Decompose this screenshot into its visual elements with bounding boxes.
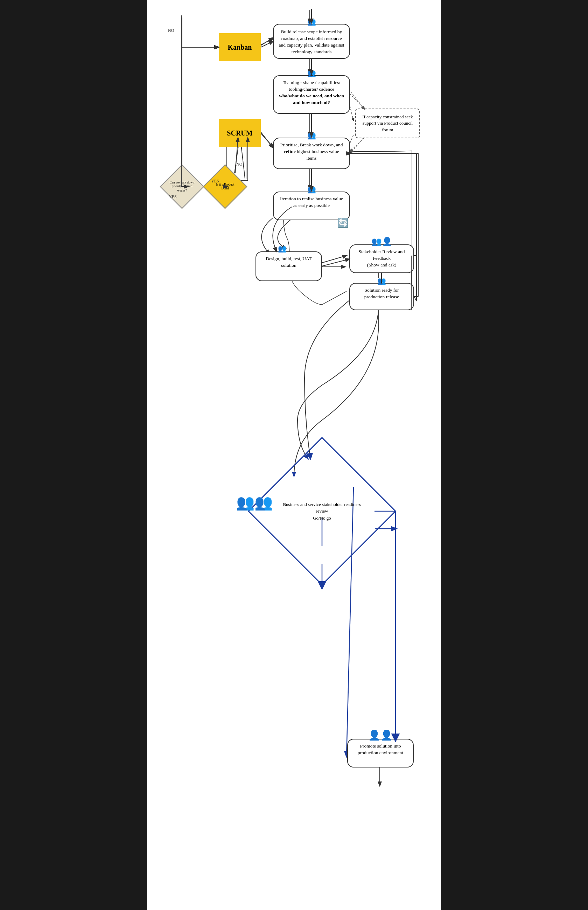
svg-line-62 [261,39,273,45]
people-icon-3: 👥 [307,131,316,141]
promote-people-icon: 👤👤 [368,728,393,742]
svg-line-53 [351,138,363,153]
design-build-box: 👥 Design, build, test, UAT solution [255,251,322,281]
arrow-promote-down [376,768,383,789]
svg-line-39 [350,94,365,109]
diagram-area: 👥 Build release scope informed by roadma… [147,0,441,910]
is-product-build-diamond: Is it a Product Build [209,171,241,202]
capacity-text: If capacity constrained seek support via… [359,114,416,133]
promote-text: Promote solution into production environ… [358,744,403,755]
people-icon-2: 👥 [307,68,316,78]
no-label-right: NO [236,162,242,167]
people-icon-4: 👥 [307,184,316,194]
feedback-loop-right [343,245,420,315]
teaming-text-bold: who/what do we need, and when and how mu… [279,93,344,105]
people-icon-1: 👥 [307,17,316,27]
build-release-box: 👥 Build release scope informed by roadma… [273,24,350,59]
yes-label-mid: YES [211,179,219,184]
scrum-sticky: SCRUM [219,119,261,147]
svg-line-40 [351,138,364,151]
people-icon-5: 👥 [278,244,287,254]
svg-line-38 [261,133,273,147]
scrum-label: SCRUM [227,129,252,137]
teaming-box: 👥 Teaming - shape / capabilities/ toolin… [273,75,350,114]
build-release-text: Build release scope informed by roadmap,… [279,29,344,54]
business-readiness-label: Business and service stakeholder readine… [270,459,375,564]
svg-line-68 [261,133,273,148]
svg-line-13 [261,133,273,147]
prioritise-box: 👥 Prioritise, Break work down, and refin… [273,137,350,169]
curved-arrow-iter-design [241,189,297,259]
svg-line-4 [320,255,347,263]
capacity-box: If capacity constrained seek support via… [355,108,420,138]
kanban-label: Kanban [228,44,252,52]
large-people-icon: 👥👥 [236,494,273,511]
promote-box: 👤👤 Promote solution into production envi… [347,739,414,768]
yes-label-left: YES [169,194,177,200]
business-readiness-diamond-container: Business and service stakeholder readine… [270,459,375,564]
svg-line-52 [351,92,364,108]
svg-line-33 [261,38,273,45]
design-build-text: Design, build, test, UAT solution [266,256,312,268]
teaming-text-normal: Teaming - shape / capabilities/ tooling/… [283,80,341,92]
page-container: 👥 Build release scope informed by roadma… [147,0,441,910]
no-label-top: NO [168,28,174,33]
kanban-sticky: Kanban [219,33,261,61]
svg-line-12 [261,41,273,47]
refresh-icon: 🔄 [338,217,349,230]
prioritise-text: Prioritise, Break work down, and refine … [280,142,342,161]
is-product-build-label: Is it a Product Build [209,171,241,202]
